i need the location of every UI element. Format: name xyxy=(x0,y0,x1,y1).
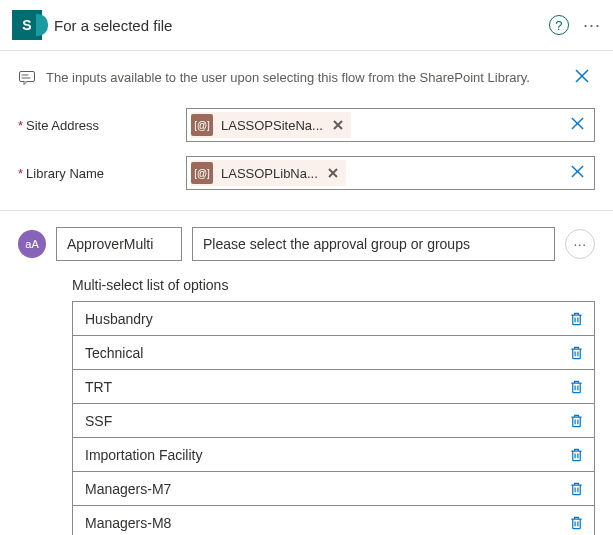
card-header: S For a selected file ? ··· xyxy=(0,0,613,51)
remove-token-button[interactable] xyxy=(331,118,345,133)
token-text: LASSOPLibNa... xyxy=(221,166,318,181)
library-name-input[interactable]: [@] LASSOPLibNa... xyxy=(186,156,595,190)
delete-option-button[interactable] xyxy=(558,302,594,336)
divider xyxy=(0,210,613,211)
delete-option-button[interactable] xyxy=(558,404,594,438)
clear-field-button[interactable] xyxy=(565,117,590,133)
delete-option-button[interactable] xyxy=(558,370,594,404)
option-row: Husbandry xyxy=(73,302,594,336)
options-list-label: Multi-select list of options xyxy=(72,277,595,293)
text-input-icon: aA xyxy=(18,230,46,258)
dynamic-content-icon: [@] xyxy=(191,114,213,136)
site-address-input[interactable]: [@] LASSOPSiteNa... xyxy=(186,108,595,142)
param-more-menu[interactable]: ··· xyxy=(565,229,595,259)
option-text[interactable]: Managers-M8 xyxy=(73,515,558,531)
option-row: SSF xyxy=(73,404,594,438)
option-row: Managers-M8 xyxy=(73,506,594,535)
option-text[interactable]: TRT xyxy=(73,379,558,395)
close-banner-button[interactable] xyxy=(569,65,595,90)
option-text[interactable]: Managers-M7 xyxy=(73,481,558,497)
info-text: The inputs available to the user upon se… xyxy=(46,70,559,85)
svg-rect-0 xyxy=(20,71,35,81)
delete-option-button[interactable] xyxy=(558,336,594,370)
help-icon[interactable]: ? xyxy=(549,15,569,35)
delete-option-button[interactable] xyxy=(558,506,594,536)
site-address-token: [@] LASSOPSiteNa... xyxy=(191,112,351,138)
option-row: Managers-M7 xyxy=(73,472,594,506)
card-title: For a selected file xyxy=(54,17,537,34)
option-text[interactable]: SSF xyxy=(73,413,558,429)
option-row: Technical xyxy=(73,336,594,370)
token-text: LASSOPSiteNa... xyxy=(221,118,323,133)
option-text[interactable]: Technical xyxy=(73,345,558,361)
delete-option-button[interactable] xyxy=(558,472,594,506)
options-list: HusbandryTechnicalTRTSSFImportation Faci… xyxy=(72,301,595,535)
delete-option-button[interactable] xyxy=(558,438,594,472)
option-row: Importation Facility xyxy=(73,438,594,472)
message-icon xyxy=(18,71,36,85)
param-name-input[interactable]: ApproverMulti xyxy=(56,227,182,261)
info-banner: The inputs available to the user upon se… xyxy=(18,65,595,90)
option-row: TRT xyxy=(73,370,594,404)
site-address-label: Site Address xyxy=(18,118,174,133)
option-text[interactable]: Husbandry xyxy=(73,311,558,327)
remove-token-button[interactable] xyxy=(326,166,340,181)
param-desc-input[interactable]: Please select the approval group or grou… xyxy=(192,227,555,261)
dynamic-content-icon: [@] xyxy=(191,162,213,184)
sharepoint-icon: S xyxy=(12,10,42,40)
option-text[interactable]: Importation Facility xyxy=(73,447,558,463)
library-name-label: Library Name xyxy=(18,166,174,181)
more-menu[interactable]: ··· xyxy=(583,15,601,36)
library-name-token: [@] LASSOPLibNa... xyxy=(191,160,346,186)
clear-field-button[interactable] xyxy=(565,165,590,181)
